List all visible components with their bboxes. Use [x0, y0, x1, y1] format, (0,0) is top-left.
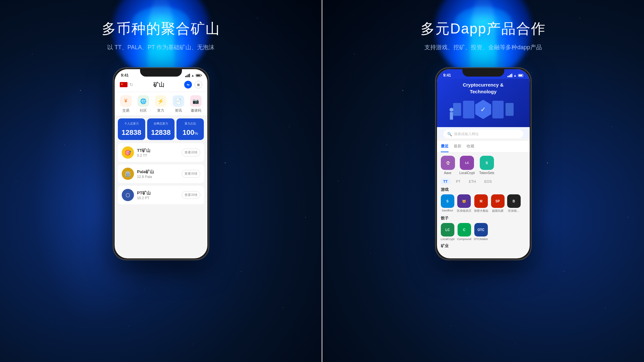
stat-ratio-label: 算力占比: [178, 122, 202, 126]
finance-otcmaker[interactable]: OTC OTCMaker: [474, 223, 488, 241]
left-panel: 多币种的聚合矿山 以 TT、PALA、PT 作为基础矿山、无泡沫 9:41: [0, 0, 322, 362]
nav-icon-trade: ¥: [120, 95, 132, 107]
nav-icon-invite: 📷: [190, 95, 202, 107]
status-icons-left: ▲: [185, 74, 201, 77]
dapp-banner-title: Cryptocurrency & Technology: [442, 81, 525, 95]
tab-latest[interactable]: 最新: [454, 141, 461, 152]
mine-btn-pala[interactable]: 查看详情: [182, 170, 200, 178]
app-localcrypt[interactable]: LC LocalCrypt: [459, 156, 475, 175]
game-icon-sandbox: S: [441, 194, 454, 208]
tab-favorites[interactable]: 收藏: [467, 141, 474, 152]
right-panel-content: 多元Dapp产品合作 支持游戏、挖矿、投资、金融等多种dapp产品 9:41: [322, 0, 644, 362]
mine-name-tt: TT矿山: [137, 148, 151, 153]
banner-figure-right: [492, 101, 504, 118]
stats-grid: 个人总算力 12838 全网总算力 12838 算力占比 100%: [115, 118, 207, 140]
left-panel-content: 多币种的聚合矿山 以 TT、PALA、PT 作为基础矿山、无泡沫 9:41: [0, 0, 322, 362]
mine-logo-tt: 🎯: [122, 146, 134, 159]
mine-info-pt: PT矿山 10.2 PT: [137, 190, 151, 200]
game-sandbox[interactable]: S Sandbox: [441, 194, 454, 213]
finance-localcrypt[interactable]: LC LocalCrypt: [441, 223, 455, 241]
dice-row: LC LocalCrypt C Compound OTC OTCMaker: [441, 223, 526, 241]
flag-icon: ★: [120, 82, 128, 87]
stat-unit: %: [194, 131, 198, 136]
cat-tab-eos[interactable]: EOS: [482, 179, 494, 184]
game-name-crypto-city: 加密大都会: [474, 209, 488, 213]
mining-app-header: ★ ↻ 矿山 ⇆ ⊞: [115, 79, 207, 92]
header-left: ★ ↻: [120, 82, 133, 87]
nav-invite-label: 邀请码: [191, 108, 201, 113]
cat-tab-tt[interactable]: TT: [441, 179, 450, 184]
dapp-search-bar[interactable]: 🔍 搜索或输入网址: [443, 130, 523, 138]
app-name-aave: Aave: [444, 171, 451, 175]
nav-invite[interactable]: 📷 邀请码: [190, 95, 202, 113]
nav-icon-news: 📄: [173, 95, 184, 107]
stat-personal-value: 12838: [120, 128, 143, 137]
left-panel-subtitle: 以 TT、PALA、PT 作为基础矿山、无泡沫: [107, 43, 214, 51]
mine-item-left-pt: ⬡ PT矿山 10.2 PT: [122, 189, 151, 201]
right-phone-screen: 9:41 ▲: [437, 69, 530, 258]
finance-name-localcrypt: LocalCrypt: [441, 237, 455, 241]
mine-logo-pala: 🏛️: [122, 168, 134, 180]
phone-notch-right: [462, 68, 504, 77]
app-aave[interactable]: 👻 Aave: [441, 156, 455, 175]
stat-personal: 个人总算力 12838: [118, 118, 145, 140]
nav-compute[interactable]: ⚡ 算力: [155, 95, 166, 113]
mining-section: 矿业: [437, 243, 530, 249]
nav-community[interactable]: 🌐 社区: [137, 95, 149, 113]
tab-recent[interactable]: 最近: [441, 141, 449, 152]
cat-tab-eth[interactable]: ETH: [466, 179, 478, 184]
stat-ratio: 算力占比 100%: [176, 118, 204, 140]
refresh-icon[interactable]: ↻: [129, 82, 133, 87]
app-icon-aave: 👻: [441, 156, 455, 170]
person-figure: [449, 108, 454, 121]
wifi-icon: ▲: [191, 74, 194, 77]
game-name-super-player: 超级玩家: [492, 209, 504, 213]
mine-item-left-pala: 🏛️ Pala矿山 12.8 Pala: [122, 168, 154, 180]
mine-btn-pt[interactable]: 查看详情: [182, 191, 200, 199]
nav-trade[interactable]: ¥ 交易: [120, 95, 132, 113]
mine-name-pala: Pala矿山: [137, 169, 154, 175]
banner-figure-center: [463, 101, 474, 118]
game-super-player[interactable]: SP 超级玩家: [491, 194, 505, 213]
battery-icon-right: [518, 74, 523, 77]
mine-item-pala: 🏛️ Pala矿山 12.8 Pala 查看详情: [118, 164, 204, 183]
status-icons-right: ▲: [507, 74, 523, 77]
mine-logo-pt: ⬡: [122, 189, 134, 201]
stat-ratio-value: 100%: [178, 128, 202, 137]
banner-figure-far-right: [506, 103, 514, 116]
game-crypto-city[interactable]: M 加密大都会: [474, 194, 488, 213]
mine-amount-pt: 10.2 PT: [137, 196, 151, 200]
nav-news[interactable]: 📄 资讯: [173, 95, 184, 113]
mine-btn-tt[interactable]: 查看详情: [182, 149, 200, 156]
finance-icon-otcmaker: OTC: [474, 223, 488, 237]
cat-tab-pt[interactable]: PT: [453, 179, 463, 184]
header-right: ⇆ ⊞: [184, 81, 202, 88]
game-block-farm[interactable]: 🐱 区块链农庄: [457, 194, 471, 213]
signal-icon-right: [507, 74, 512, 77]
battery-icon: [196, 74, 201, 77]
mining-nav: ¥ 交易 🌐 社区 ⚡ 算力: [115, 92, 207, 116]
stat-network-label: 全网总算力: [149, 122, 173, 126]
game-name-blockchain: 区块链...: [508, 209, 519, 213]
finance-compound[interactable]: C Compound: [457, 223, 471, 241]
mine-item-pt: ⬡ PT矿山 10.2 PT 查看详情: [118, 186, 204, 204]
wifi-icon-right: ▲: [514, 74, 517, 77]
nav-trade-label: 交易: [122, 108, 129, 113]
right-panel: 多元Dapp产品合作 支持游戏、挖矿、投资、金融等多种dapp产品 9:41: [322, 0, 644, 362]
banner-illustration: ✓: [442, 98, 525, 121]
search-icon: 🔍: [447, 132, 452, 136]
app-name-tokensets: TokenSets: [479, 171, 494, 175]
game-icon-crypto-city: M: [474, 194, 488, 208]
qr-icon[interactable]: ⊞: [194, 81, 202, 88]
app-tokensets[interactable]: S TokenSets: [479, 156, 494, 175]
finance-icon-compound: C: [458, 223, 471, 237]
shield-icon: ✓: [475, 100, 491, 119]
stat-network: 全网总算力 12838: [147, 118, 175, 140]
exchange-icon[interactable]: ⇆: [184, 81, 192, 88]
games-label: 游戏: [441, 187, 526, 192]
app-icon-localcrypt: LC: [460, 156, 474, 170]
mining-label: 矿业: [441, 243, 526, 249]
games-section: 游戏 S Sandbox 🐱 区块链农庄 M 加密大都会: [437, 187, 530, 213]
game-blockchain[interactable]: B 区块链...: [507, 194, 521, 213]
game-icon-block-farm: 🐱: [457, 194, 471, 208]
